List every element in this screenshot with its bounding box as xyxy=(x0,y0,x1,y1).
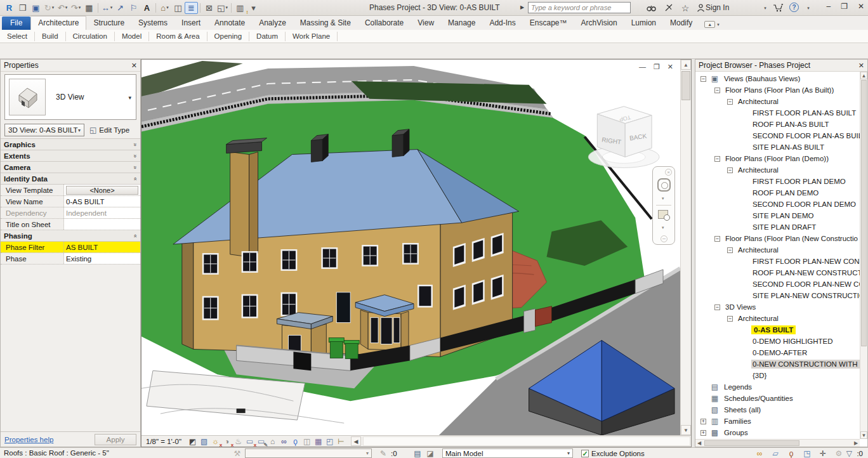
tab-modify[interactable]: Modify xyxy=(663,16,699,30)
expander-collapse-icon[interactable]: − xyxy=(714,236,720,242)
design-options-icon[interactable]: ▤ xyxy=(412,449,423,458)
tab-enscape[interactable]: Enscape™ xyxy=(523,16,574,30)
tree-item-floor-plans-floor-plan-new-constructio[interactable]: −Floor Plans (Floor Plan (New Constructi… xyxy=(695,233,867,244)
favorites-icon[interactable]: ☆ xyxy=(679,3,692,13)
zoom-caret-icon[interactable]: ▾ xyxy=(662,225,664,230)
wheel-caret-icon[interactable]: ▾ xyxy=(662,196,664,201)
browser-horizontal-scrollbar[interactable]: ◀ ▶ xyxy=(695,439,860,447)
background-processes-icon[interactable]: ⚙ xyxy=(834,449,844,458)
ribbon-panel-build[interactable]: Build xyxy=(35,32,66,41)
browser-vscroll-thumb[interactable] xyxy=(861,80,867,346)
customize-qat-icon[interactable]: ▾ xyxy=(247,2,260,14)
tab-collaborate[interactable]: Collaborate xyxy=(358,16,411,30)
user-icon[interactable] xyxy=(694,3,707,13)
displacement-icon[interactable]: ◰ xyxy=(324,436,335,447)
apply-button[interactable]: Apply xyxy=(95,434,136,445)
close-view-button[interactable]: ✕ xyxy=(667,63,673,71)
tree-item-floor-plans-floor-plan-as-built[interactable]: −Floor Plans (Floor Plan (As Built)) xyxy=(695,84,867,96)
ribbon-panel-room-area[interactable]: Room & Area xyxy=(149,32,207,41)
tree-item-sheets-all[interactable]: ▧Sheets (all) xyxy=(695,404,867,415)
browser-vertical-scrollbar[interactable]: ▲ ▼ xyxy=(860,72,867,439)
expander-collapse-icon[interactable]: − xyxy=(714,304,720,310)
tab-structure[interactable]: Structure xyxy=(86,16,131,30)
browser-hscroll-thumb[interactable] xyxy=(704,440,799,446)
help-caret-icon[interactable]: ▾ xyxy=(802,3,815,13)
browser-scroll-down-icon[interactable]: ▼ xyxy=(860,431,867,439)
expander-expand-icon[interactable]: + xyxy=(700,430,706,436)
tab-view[interactable]: View xyxy=(411,16,441,30)
shaded-mode-icon[interactable]: ▧ xyxy=(199,436,209,447)
drawing-area[interactable]: TOP RIGHT BACK — ❐ ✕ × ▾ ▾ – xyxy=(141,59,692,447)
search-input[interactable] xyxy=(528,2,631,13)
tree-item-first-floor-plan-as-built[interactable]: FIRST FLOOR PLAN-AS BUILT xyxy=(695,107,867,119)
filter-icon[interactable]: ▽ xyxy=(844,449,854,458)
expander-collapse-icon[interactable]: − xyxy=(700,76,706,82)
properties-help-link[interactable]: Properties help xyxy=(4,436,53,443)
expander-collapse-icon[interactable]: − xyxy=(714,88,720,93)
text-icon[interactable]: A xyxy=(140,2,154,14)
close-project-browser-icon[interactable]: ✕ xyxy=(858,62,864,70)
default-3d-view-icon[interactable]: ⌂▾ xyxy=(158,2,171,14)
project-browser-header[interactable]: Project Browser - Phases Project ✕ xyxy=(695,60,867,72)
hscroll-left-icon[interactable]: ◀ xyxy=(351,436,361,446)
sync-with-central-icon[interactable]: ↻▾ xyxy=(43,2,56,14)
tree-item-second-floor-plan-new-con[interactable]: SECOND FLOOR PLAN-NEW CON xyxy=(695,278,867,290)
tab-add-ins[interactable]: Add-Ins xyxy=(482,16,522,30)
tree-item-legends[interactable]: ▤Legends xyxy=(695,381,867,393)
select-underlay-elements-icon[interactable]: ▱ xyxy=(770,449,780,458)
navbar-collapse-icon[interactable]: – xyxy=(661,235,667,242)
property-section-camera[interactable]: Camera» xyxy=(1,162,140,173)
tree-item-roof-plan-demo[interactable]: ROOF PLAN DEMO xyxy=(695,187,867,199)
manage-links-icon[interactable]: ▥! xyxy=(233,2,247,14)
tab-analyze[interactable]: Analyze xyxy=(252,16,293,30)
rendering-icon[interactable]: ♨ xyxy=(233,436,244,447)
property-section-phasing[interactable]: Phasing» xyxy=(1,230,140,242)
save-icon[interactable]: ▣ xyxy=(29,2,43,14)
edit-type-button[interactable]: ◱ Edit Type xyxy=(89,126,129,134)
scroll-down-icon[interactable]: ▼ xyxy=(681,425,691,435)
ribbon-panel-model[interactable]: Model xyxy=(115,32,149,41)
visual-style-icon[interactable]: ◩ xyxy=(187,436,198,447)
tree-item-first-floor-plan-new-const[interactable]: FIRST FLOOR PLAN-NEW CONST xyxy=(695,256,867,267)
tree-item-families[interactable]: +▥Families xyxy=(695,415,867,427)
tag-by-category-icon[interactable]: ⚐ xyxy=(127,2,140,14)
open-icon[interactable]: ❒ xyxy=(16,2,29,14)
active-option-icon[interactable]: ◪ xyxy=(425,449,435,458)
redo-icon[interactable]: ↷▾ xyxy=(69,2,82,14)
minimize-view-button[interactable]: — xyxy=(639,63,646,71)
select-elements-by-face-icon[interactable]: ◳ xyxy=(802,449,812,458)
tree-item-site-plan-new-construction[interactable]: SITE PLAN-NEW CONSTRUCTION xyxy=(695,290,867,301)
exclude-options-checkbox[interactable]: ✓ xyxy=(581,450,589,457)
browser-scroll-up-icon[interactable]: ▲ xyxy=(860,72,867,79)
instance-select[interactable]: 3D View: 0-AS BUILT ▾ xyxy=(4,124,84,136)
info-center-arrow-icon[interactable]: ▶ xyxy=(520,4,524,10)
measure-icon[interactable]: ↔▾ xyxy=(100,2,114,14)
tree-item-architectural[interactable]: −Architectural xyxy=(695,244,867,256)
restore-button[interactable]: ❐ xyxy=(841,2,848,11)
ribbon-panel-opening[interactable]: Opening xyxy=(207,32,249,41)
sign-in-button[interactable]: Sign In xyxy=(706,3,729,12)
model-view[interactable]: TOP RIGHT BACK xyxy=(141,60,680,435)
search-icon[interactable] xyxy=(645,3,657,13)
tab-file[interactable]: File xyxy=(2,16,30,30)
communication-center-icon[interactable] xyxy=(662,3,675,13)
property-section-graphics[interactable]: Graphics» xyxy=(1,139,140,150)
tab-annotate[interactable]: Annotate xyxy=(207,16,252,30)
temporary-view-properties-icon[interactable]: ▦ xyxy=(313,436,324,447)
sun-path-icon[interactable]: ☼x xyxy=(210,436,221,447)
section-icon[interactable]: ◫ xyxy=(171,2,185,14)
tree-item-0-new-construction-with-ex[interactable]: 0-NEW CONSTRUCTION WITH EX xyxy=(695,358,867,370)
tab-massing-site[interactable]: Massing & Site xyxy=(293,16,358,30)
type-selector[interactable]: 3D View ▾ xyxy=(4,74,136,120)
browser-scroll-right-icon[interactable]: ▶ xyxy=(852,440,860,447)
close-navbar-icon[interactable]: × xyxy=(665,169,672,176)
revit-logo[interactable]: R xyxy=(3,2,16,14)
tree-item-views-bauhaus-views[interactable]: −▣Views (Bauhaus Views) xyxy=(695,73,867,84)
ribbon-panel-select[interactable]: Select xyxy=(0,32,35,41)
view-lock-icon[interactable]: ⌂ xyxy=(267,436,278,447)
expander-expand-icon[interactable]: + xyxy=(700,419,706,424)
expander-collapse-icon[interactable]: − xyxy=(727,316,733,322)
ribbon-collapse-button[interactable]: ▲▾ xyxy=(704,21,719,28)
tree-item-0-demo-after[interactable]: 0-DEMO-AFTER xyxy=(695,347,867,358)
chevron-down-icon[interactable]: » xyxy=(131,154,138,157)
